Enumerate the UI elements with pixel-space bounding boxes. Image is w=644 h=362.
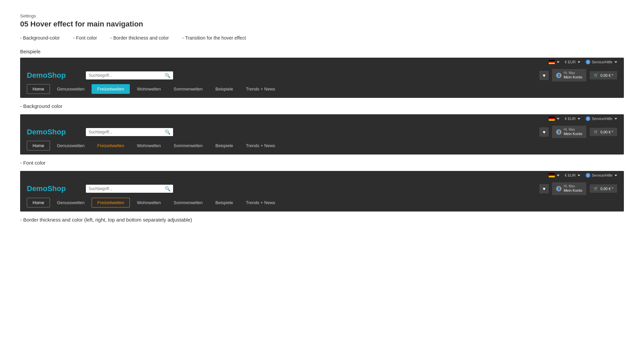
- nav-beispiele-1[interactable]: Beispiele: [210, 84, 239, 94]
- section1-label: - Background color: [20, 103, 624, 109]
- nav-wohn-1[interactable]: Wohnwelten: [131, 84, 166, 94]
- flag-currency-2: [549, 117, 559, 121]
- account-btn-1[interactable]: 👤 Hi, Max Mein Konto: [552, 69, 586, 81]
- search-input-2[interactable]: [89, 130, 165, 134]
- cart-price-1: 0,00 € *: [600, 73, 613, 77]
- nav-home-1[interactable]: Home: [27, 84, 50, 94]
- user-icon-1: 👤: [556, 73, 561, 78]
- search-input-1[interactable]: [89, 73, 165, 78]
- navbar-main-2: DemoShop 🔍 ♥ 👤 Hi, Max Mein Konto 🛒 0,00…: [20, 123, 624, 141]
- chevron-currency-3: [578, 175, 580, 176]
- navbar-nav-1: Home Genusswelten Freizeitwelten Wohnwel…: [20, 84, 624, 98]
- cart-btn-2[interactable]: 🛒 0,00 € *: [590, 128, 617, 136]
- account-btn-2[interactable]: 👤 Hi, Max Mein Konto: [552, 126, 586, 138]
- user-icon-3: 👤: [556, 186, 561, 191]
- search-input-3[interactable]: [89, 186, 165, 191]
- demo-navbar-2: € EUR i Service/Hilfe DemoShop 🔍 ♥ 👤 Hi,…: [20, 114, 624, 155]
- navbar-top-bar-1: € EUR i Service/Hilfe: [20, 58, 624, 66]
- user-text-3: Hi, Max Mein Konto: [564, 184, 582, 193]
- navbar-actions-1: ♥ 👤 Hi, Max Mein Konto 🛒 0,00 € *: [539, 69, 617, 81]
- service-1: i Service/Hilfe: [586, 60, 617, 64]
- chevron-service-1: [614, 61, 617, 63]
- nav-wohn-2[interactable]: Wohnwelten: [131, 141, 166, 150]
- nav-freizeit-2[interactable]: Freizeitwelten: [92, 141, 130, 150]
- search-icon-3: 🔍: [165, 186, 170, 191]
- nav-home-3[interactable]: Home: [27, 198, 50, 207]
- logo-shop-1: Shop: [47, 71, 66, 79]
- flag-currency-3: [549, 173, 559, 177]
- currency-2: € EUR: [565, 117, 580, 121]
- navbar-actions-3: ♥ 👤 Hi, Max Mein Konto 🛒 0,00 € *: [539, 182, 617, 195]
- user-hi-1: Hi, Max: [564, 71, 582, 75]
- feature-transition: - Transition for the hover effect: [182, 35, 246, 41]
- feature-font: - Font color: [73, 35, 97, 41]
- section2-label: - Font color: [20, 160, 624, 166]
- user-name-3: Mein Konto: [564, 188, 582, 193]
- feature-list: - Background-color - Font color - Border…: [20, 35, 624, 41]
- nav-home-2[interactable]: Home: [27, 141, 50, 150]
- navbar-nav-2: Home Genusswelten Freizeitwelten Wohnwel…: [20, 141, 624, 155]
- nav-genuss-3[interactable]: Genusswelten: [51, 198, 90, 207]
- beispiele-label: Beispiele: [20, 49, 624, 54]
- wishlist-btn-3[interactable]: ♥: [539, 184, 549, 193]
- feature-bg: - Background-color: [20, 35, 60, 41]
- section3-label: - Border thickness and color (left, righ…: [20, 217, 624, 223]
- nav-sommer-2[interactable]: Sommerwelten: [168, 141, 209, 150]
- nav-wohn-3[interactable]: Wohnwelten: [131, 198, 166, 207]
- logo-shop-2: Shop: [47, 128, 66, 136]
- cart-price-3: 0,00 € *: [600, 187, 613, 191]
- service-3: i Service/Hilfe: [586, 173, 617, 178]
- logo-1: DemoShop: [27, 71, 66, 80]
- cart-icon-3: 🛒: [594, 186, 598, 191]
- chevron-currency-1: [578, 61, 580, 63]
- demo-navbar-1: € EUR i Service/Hilfe DemoShop 🔍 ♥ 👤 Hi,…: [20, 58, 624, 98]
- cart-icon-1: 🛒: [594, 73, 598, 77]
- nav-freizeit-3[interactable]: Freizeitwelten: [92, 198, 130, 207]
- page-title: 05 Hover effect for main navigation: [20, 20, 624, 28]
- user-name-2: Mein Konto: [564, 132, 582, 136]
- user-hi-3: Hi, Max: [564, 184, 582, 188]
- nav-freizeit-1[interactable]: Freizeitwelten: [92, 84, 130, 94]
- settings-label: Settings: [20, 13, 624, 18]
- logo-2: DemoShop: [27, 128, 66, 136]
- nav-genuss-1[interactable]: Genusswelten: [51, 84, 90, 94]
- flag-icon-2: [549, 117, 555, 121]
- wishlist-btn-2[interactable]: ♥: [539, 127, 549, 137]
- nav-trends-1[interactable]: Trends + News: [240, 84, 281, 94]
- navbar-main-3: DemoShop 🔍 ♥ 👤 Hi, Max Mein Konto 🛒 0,00…: [20, 180, 624, 197]
- info-icon-2: i: [586, 116, 590, 121]
- user-icon-2: 👤: [556, 129, 561, 135]
- logo-demo-3: Demo: [27, 184, 47, 193]
- wishlist-btn-1[interactable]: ♥: [539, 71, 549, 80]
- nav-beispiele-2[interactable]: Beispiele: [210, 141, 239, 150]
- info-icon-1: i: [586, 60, 590, 64]
- cart-btn-1[interactable]: 🛒 0,00 € *: [590, 71, 617, 79]
- navbar-top-bar-2: € EUR i Service/Hilfe: [20, 114, 624, 123]
- chevron-currency-2: [578, 118, 580, 120]
- account-btn-3[interactable]: 👤 Hi, Max Mein Konto: [552, 182, 586, 195]
- chevron-flag-2: [557, 118, 559, 120]
- nav-beispiele-3[interactable]: Beispiele: [210, 198, 239, 207]
- user-hi-2: Hi, Max: [564, 128, 582, 132]
- logo-demo-1: Demo: [27, 71, 47, 79]
- nav-sommer-1[interactable]: Sommerwelten: [168, 84, 209, 94]
- logo-3: DemoShop: [27, 184, 66, 193]
- user-name-1: Mein Konto: [564, 75, 582, 79]
- feature-border: - Border thickness and color: [110, 35, 169, 41]
- chevron-flag-1: [557, 61, 559, 63]
- nav-trends-3[interactable]: Trends + News: [240, 198, 281, 207]
- cart-btn-3[interactable]: 🛒 0,00 € *: [590, 184, 617, 193]
- chevron-service-2: [614, 118, 617, 120]
- search-box-1: 🔍: [86, 71, 173, 79]
- navbar-nav-3: Home Genusswelten Freizeitwelten Wohnwel…: [20, 198, 624, 212]
- nav-sommer-3[interactable]: Sommerwelten: [168, 198, 209, 207]
- navbar-top-bar-3: € EUR i Service/Hilfe: [20, 171, 624, 180]
- nav-genuss-2[interactable]: Genusswelten: [51, 141, 90, 150]
- nav-trends-2[interactable]: Trends + News: [240, 141, 281, 150]
- search-box-2: 🔍: [86, 128, 173, 136]
- cart-icon-2: 🛒: [594, 130, 598, 134]
- currency-3: € EUR: [565, 173, 580, 177]
- flag-icon-1: [549, 60, 555, 64]
- flag-currency-1: [549, 60, 559, 64]
- user-text-1: Hi, Max Mein Konto: [564, 71, 582, 79]
